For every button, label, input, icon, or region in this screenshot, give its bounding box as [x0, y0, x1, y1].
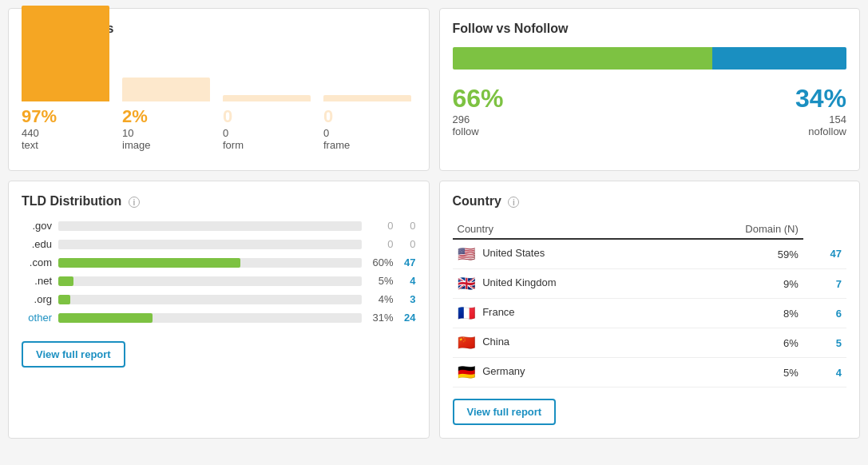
country-name: France	[482, 306, 514, 318]
country-name-cell: 🇩🇪 Germany	[453, 358, 676, 388]
country-info-icon[interactable]: i	[508, 197, 519, 208]
country-name-cell: 🇫🇷 France	[453, 299, 676, 328]
domain-col-header: Domain (N)	[675, 220, 803, 239]
bar-count: 10	[122, 127, 133, 139]
tld-label: other	[22, 312, 52, 324]
country-table: Country Domain (N) 🇺🇸 United States 59% …	[453, 220, 847, 388]
tld-label: .edu	[22, 238, 52, 250]
tld-row: other 31% 24	[22, 312, 416, 324]
follow-left-stat: 66% 296 follow	[453, 84, 504, 137]
tld-pct: 5%	[368, 275, 394, 287]
backlink-types-card: Backlink Types 97% 440 text 2% 10 image …	[8, 8, 430, 171]
tld-rows: .gov 0 0 .edu 0 0 .com 60% 47 .net	[22, 220, 416, 324]
tld-num: 0	[400, 220, 416, 232]
country-pct: 8%	[675, 299, 803, 328]
country-pct: 59%	[675, 239, 803, 269]
bar-pct: 0	[323, 106, 333, 127]
tld-label: .net	[22, 275, 52, 287]
backlink-bar-column: 97% 440 text	[22, 6, 109, 151]
tld-card: TLD Distribution i .gov 0 0 .edu 0 0 .co…	[8, 181, 430, 439]
tld-row: .org 4% 3	[22, 293, 416, 305]
bar-label: form	[223, 139, 244, 151]
country-flag: 🇬🇧	[458, 276, 475, 292]
nofollow-count: 154	[795, 113, 846, 125]
country-flag: 🇨🇳	[458, 335, 475, 351]
follow-label: follow	[453, 125, 504, 137]
country-col-header: Country	[453, 220, 676, 239]
tld-num: 0	[400, 238, 416, 250]
tld-bar-bg	[58, 240, 362, 249]
tld-bar-bg	[58, 276, 362, 286]
follow-green-segment	[453, 47, 713, 70]
country-name: United Kingdom	[482, 276, 557, 288]
tld-num: 47	[400, 256, 416, 268]
follow-nofollow-card: Follow vs Nofollow 66% 296 follow 34% 15…	[439, 8, 861, 171]
tld-bar-fill	[58, 295, 70, 304]
country-flag: 🇩🇪	[458, 364, 475, 380]
country-num: 5	[803, 328, 846, 358]
tld-row: .net 5% 4	[22, 275, 416, 287]
country-name-cell: 🇨🇳 China	[453, 328, 676, 358]
tld-bar-fill	[58, 258, 240, 268]
tld-pct: 60%	[368, 256, 394, 268]
tld-view-full-button[interactable]: View full report	[22, 341, 125, 368]
country-row: 🇬🇧 United Kingdom 9% 7	[453, 269, 847, 299]
tld-pct: 31%	[368, 312, 394, 324]
follow-title: Follow vs Nofollow	[453, 22, 847, 36]
tld-num: 3	[400, 293, 416, 305]
bar-rect	[323, 95, 411, 101]
country-row: 🇺🇸 United States 59% 47	[453, 239, 847, 269]
tld-bar-bg	[58, 313, 362, 323]
bar-count: 0	[223, 127, 228, 139]
country-flag: 🇫🇷	[458, 305, 475, 321]
bar-rect	[122, 78, 210, 101]
bar-rect	[223, 95, 311, 101]
follow-pct: 66%	[453, 84, 504, 113]
tld-row: .gov 0 0	[22, 220, 416, 232]
tld-bar-fill	[58, 276, 73, 286]
tld-info-icon[interactable]: i	[129, 197, 140, 208]
backlink-bars: 97% 440 text 2% 10 image 0 0 form 0 0 fr…	[22, 47, 416, 151]
bar-pct: 0	[223, 106, 232, 127]
backlink-bar-column: 0 0 form	[223, 95, 311, 151]
country-flag: 🇺🇸	[458, 246, 475, 262]
country-row: 🇨🇳 China 6% 5	[453, 328, 847, 358]
country-num: 47	[803, 239, 846, 269]
tld-num: 24	[400, 312, 416, 324]
country-card: Country i Country Domain (N) 🇺🇸 United S…	[439, 181, 861, 439]
tld-row: .com 60% 47	[22, 256, 416, 268]
country-num: 4	[803, 358, 846, 388]
backlink-bar-column: 0 0 frame	[323, 95, 411, 151]
tld-label: .gov	[22, 220, 52, 232]
bar-label: image	[122, 139, 150, 151]
bar-rect	[22, 6, 109, 101]
bar-pct: 2%	[122, 106, 148, 127]
bar-label: text	[22, 139, 38, 151]
country-name: United States	[482, 247, 545, 259]
country-name: China	[482, 336, 509, 348]
country-title: Country i	[453, 194, 847, 209]
tld-row: .edu 0 0	[22, 238, 416, 250]
tld-label: .org	[22, 293, 52, 305]
nofollow-label: nofollow	[795, 125, 846, 137]
tld-pct: 0	[368, 238, 394, 250]
follow-count: 296	[453, 113, 504, 125]
tld-pct: 0	[368, 220, 394, 232]
backlink-bar-column: 2% 10 image	[122, 78, 210, 151]
bar-pct: 97%	[22, 106, 57, 127]
tld-num: 4	[400, 275, 416, 287]
tld-title: TLD Distribution i	[22, 194, 416, 209]
country-view-full-button[interactable]: View full report	[453, 399, 557, 425]
bar-count: 440	[22, 127, 39, 139]
country-name: Germany	[482, 365, 525, 377]
country-pct: 6%	[675, 328, 803, 358]
country-pct: 9%	[675, 269, 803, 299]
country-name-cell: 🇬🇧 United Kingdom	[453, 269, 676, 299]
follow-blue-segment	[712, 47, 846, 70]
tld-bar-fill	[58, 313, 153, 323]
country-num: 6	[803, 299, 846, 328]
nofollow-pct: 34%	[795, 84, 846, 113]
tld-pct: 4%	[368, 293, 394, 305]
tld-label: .com	[22, 256, 52, 268]
country-row: 🇫🇷 France 8% 6	[453, 299, 847, 328]
